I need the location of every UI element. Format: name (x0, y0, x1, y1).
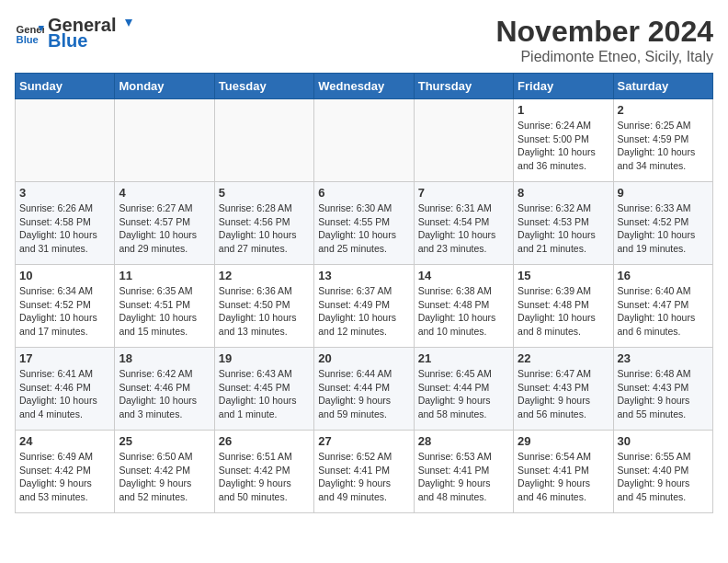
day-number: 12 (219, 269, 310, 282)
day-number: 18 (119, 351, 210, 365)
title-section: November 2024 Piedimonte Etneo, Sicily, … (495, 15, 713, 65)
day-number: 21 (418, 351, 509, 365)
svg-marker-3 (125, 19, 132, 27)
day-info: Sunrise: 6:31 AM Sunset: 4:54 PM Dayligh… (418, 201, 509, 256)
day-number: 3 (19, 186, 110, 200)
calendar-week-row: 1Sunrise: 6:24 AM Sunset: 5:00 PM Daylig… (16, 99, 713, 182)
day-info: Sunrise: 6:33 AM Sunset: 4:52 PM Dayligh… (618, 201, 709, 256)
day-number: 9 (618, 186, 709, 200)
logo-icon: General Blue (15, 18, 44, 48)
svg-text:Blue: Blue (17, 34, 39, 45)
calendar-cell: 26Sunrise: 6:51 AM Sunset: 4:42 PM Dayli… (214, 431, 313, 513)
day-info: Sunrise: 6:38 AM Sunset: 4:48 PM Dayligh… (418, 284, 509, 339)
calendar-cell: 30Sunrise: 6:55 AM Sunset: 4:40 PM Dayli… (613, 431, 712, 513)
day-number: 24 (19, 434, 110, 448)
calendar-cell: 10Sunrise: 6:34 AM Sunset: 4:52 PM Dayli… (16, 265, 115, 348)
day-number: 4 (119, 186, 210, 200)
day-info: Sunrise: 6:53 AM Sunset: 4:41 PM Dayligh… (418, 450, 509, 504)
calendar-cell: 24Sunrise: 6:49 AM Sunset: 4:42 PM Dayli… (16, 431, 115, 513)
calendar-cell (414, 99, 513, 182)
calendar-cell: 12Sunrise: 6:36 AM Sunset: 4:50 PM Dayli… (214, 265, 313, 348)
weekday-header: Monday (115, 74, 214, 99)
calendar-week-row: 3Sunrise: 6:26 AM Sunset: 4:58 PM Daylig… (16, 182, 713, 265)
day-info: Sunrise: 6:45 AM Sunset: 4:44 PM Dayligh… (418, 367, 509, 421)
day-info: Sunrise: 6:52 AM Sunset: 4:41 PM Dayligh… (318, 450, 409, 504)
calendar-cell: 29Sunrise: 6:54 AM Sunset: 4:41 PM Dayli… (514, 431, 613, 513)
day-info: Sunrise: 6:39 AM Sunset: 4:48 PM Dayligh… (518, 284, 609, 339)
weekday-header: Saturday (613, 74, 712, 99)
day-info: Sunrise: 6:50 AM Sunset: 4:42 PM Dayligh… (119, 450, 210, 504)
calendar-cell: 21Sunrise: 6:45 AM Sunset: 4:44 PM Dayli… (414, 348, 513, 431)
day-number: 2 (618, 103, 709, 117)
day-info: Sunrise: 6:27 AM Sunset: 4:57 PM Dayligh… (119, 201, 210, 256)
weekday-header: Wednesday (314, 74, 414, 99)
day-info: Sunrise: 6:30 AM Sunset: 4:55 PM Dayligh… (318, 201, 409, 256)
calendar-cell (314, 99, 414, 182)
calendar-week-row: 10Sunrise: 6:34 AM Sunset: 4:52 PM Dayli… (16, 265, 713, 348)
day-number: 10 (19, 269, 110, 282)
calendar-week-row: 17Sunrise: 6:41 AM Sunset: 4:46 PM Dayli… (16, 348, 713, 431)
calendar-cell: 15Sunrise: 6:39 AM Sunset: 4:48 PM Dayli… (514, 265, 613, 348)
day-info: Sunrise: 6:54 AM Sunset: 4:41 PM Dayligh… (518, 450, 609, 504)
day-info: Sunrise: 6:41 AM Sunset: 4:46 PM Dayligh… (19, 367, 110, 421)
calendar-cell: 25Sunrise: 6:50 AM Sunset: 4:42 PM Dayli… (115, 431, 214, 513)
day-number: 19 (219, 351, 310, 365)
day-info: Sunrise: 6:26 AM Sunset: 4:58 PM Dayligh… (19, 201, 110, 256)
calendar-cell: 17Sunrise: 6:41 AM Sunset: 4:46 PM Dayli… (16, 348, 115, 431)
day-info: Sunrise: 6:24 AM Sunset: 5:00 PM Dayligh… (518, 119, 609, 173)
logo-arrow-icon (118, 17, 134, 34)
day-number: 13 (318, 269, 409, 282)
header: General Blue General Blue November 2024 … (15, 15, 713, 65)
weekday-header: Sunday (16, 74, 115, 99)
calendar-cell: 18Sunrise: 6:42 AM Sunset: 4:46 PM Dayli… (115, 348, 214, 431)
calendar-cell: 27Sunrise: 6:52 AM Sunset: 4:41 PM Dayli… (314, 431, 414, 513)
header-row: SundayMondayTuesdayWednesdayThursdayFrid… (16, 74, 713, 99)
day-number: 7 (418, 186, 509, 200)
day-number: 22 (518, 351, 609, 365)
calendar-cell: 11Sunrise: 6:35 AM Sunset: 4:51 PM Dayli… (115, 265, 214, 348)
calendar-body: 1Sunrise: 6:24 AM Sunset: 5:00 PM Daylig… (16, 99, 713, 513)
day-info: Sunrise: 6:44 AM Sunset: 4:44 PM Dayligh… (318, 367, 409, 421)
day-info: Sunrise: 6:47 AM Sunset: 4:43 PM Dayligh… (518, 367, 609, 421)
calendar-cell: 13Sunrise: 6:37 AM Sunset: 4:49 PM Dayli… (314, 265, 414, 348)
calendar-cell: 1Sunrise: 6:24 AM Sunset: 5:00 PM Daylig… (514, 99, 613, 182)
weekday-header: Thursday (414, 74, 513, 99)
calendar-cell (115, 99, 214, 182)
day-number: 15 (518, 269, 609, 282)
calendar-cell: 19Sunrise: 6:43 AM Sunset: 4:45 PM Dayli… (214, 348, 313, 431)
calendar-cell: 16Sunrise: 6:40 AM Sunset: 4:47 PM Dayli… (613, 265, 712, 348)
day-number: 29 (518, 434, 609, 448)
day-number: 20 (318, 351, 409, 365)
weekday-header: Friday (514, 74, 613, 99)
day-info: Sunrise: 6:51 AM Sunset: 4:42 PM Dayligh… (219, 450, 310, 504)
logo: General Blue General Blue (15, 15, 134, 52)
day-number: 23 (618, 351, 709, 365)
day-number: 1 (518, 103, 609, 117)
day-number: 8 (518, 186, 609, 200)
calendar-cell (214, 99, 313, 182)
day-info: Sunrise: 6:48 AM Sunset: 4:43 PM Dayligh… (618, 367, 709, 421)
calendar-week-row: 24Sunrise: 6:49 AM Sunset: 4:42 PM Dayli… (16, 431, 713, 513)
calendar-cell: 2Sunrise: 6:25 AM Sunset: 4:59 PM Daylig… (613, 99, 712, 182)
day-info: Sunrise: 6:49 AM Sunset: 4:42 PM Dayligh… (19, 450, 110, 504)
calendar-cell: 3Sunrise: 6:26 AM Sunset: 4:58 PM Daylig… (16, 182, 115, 265)
day-info: Sunrise: 6:32 AM Sunset: 4:53 PM Dayligh… (518, 201, 609, 256)
day-number: 25 (119, 434, 210, 448)
calendar-cell: 7Sunrise: 6:31 AM Sunset: 4:54 PM Daylig… (414, 182, 513, 265)
day-number: 14 (418, 269, 509, 282)
month-title: November 2024 (495, 15, 713, 49)
calendar-cell: 22Sunrise: 6:47 AM Sunset: 4:43 PM Dayli… (514, 348, 613, 431)
day-info: Sunrise: 6:43 AM Sunset: 4:45 PM Dayligh… (219, 367, 310, 421)
day-number: 27 (318, 434, 409, 448)
calendar-cell: 8Sunrise: 6:32 AM Sunset: 4:53 PM Daylig… (514, 182, 613, 265)
calendar-table: SundayMondayTuesdayWednesdayThursdayFrid… (15, 73, 713, 513)
day-number: 28 (418, 434, 509, 448)
day-info: Sunrise: 6:55 AM Sunset: 4:40 PM Dayligh… (618, 450, 709, 504)
day-info: Sunrise: 6:35 AM Sunset: 4:51 PM Dayligh… (119, 284, 210, 339)
calendar-cell: 20Sunrise: 6:44 AM Sunset: 4:44 PM Dayli… (314, 348, 414, 431)
day-number: 26 (219, 434, 310, 448)
calendar-cell: 9Sunrise: 6:33 AM Sunset: 4:52 PM Daylig… (613, 182, 712, 265)
day-number: 16 (618, 269, 709, 282)
day-info: Sunrise: 6:25 AM Sunset: 4:59 PM Dayligh… (618, 119, 709, 173)
day-info: Sunrise: 6:36 AM Sunset: 4:50 PM Dayligh… (219, 284, 310, 339)
